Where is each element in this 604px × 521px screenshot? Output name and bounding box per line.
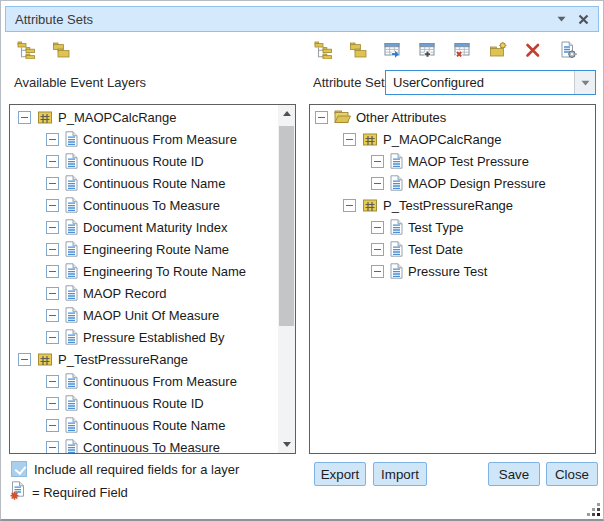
tree-node[interactable]: MAOP Unit Of Measure [10,304,295,326]
tree-node[interactable]: Pressure Test [310,260,595,282]
include-required-fields-checkbox[interactable] [11,461,27,477]
collapse-toggle[interactable] [46,397,59,410]
window-title: Attribute Sets [15,12,93,27]
collapse-toggle[interactable] [371,265,384,278]
scroll-up-icon[interactable] [278,105,295,122]
attribute-set-value: UserConfigured [393,75,484,90]
tree-node-label: Continuous To Measure [83,198,220,213]
tree-node[interactable]: MAOP Test Pressure [310,150,595,172]
field-icon [390,219,403,235]
tree-node-label: Continuous Route ID [83,154,204,169]
tree-node[interactable]: Continuous From Measure [10,128,295,150]
close-button[interactable]: Close [546,462,598,486]
tree-node-label: MAOP Record [83,286,167,301]
tree-node-label: Continuous To Measure [83,440,220,455]
folders-collapse-icon[interactable] [349,41,367,59]
collapse-toggle[interactable] [371,243,384,256]
tree-node[interactable]: MAOP Record [10,282,295,304]
collapse-toggle[interactable] [371,177,384,190]
collapse-toggle[interactable] [315,111,328,124]
tree-node[interactable]: Pressure Established By [10,326,295,348]
tree-node[interactable]: Document Maturity Index [10,216,295,238]
hierarchy-expand-icon[interactable] [17,41,35,59]
tree-node-label: Engineering To Route Name [83,264,246,279]
scrollbar-thumb[interactable] [279,126,294,326]
export-button[interactable]: Export [314,462,366,486]
tree-node-label: Continuous From Measure [83,132,237,147]
tree-node[interactable]: Test Type [310,216,595,238]
field-icon [65,373,78,389]
tree-node[interactable]: Engineering Route Name [10,238,295,260]
hierarchy-expand-icon[interactable] [314,41,332,59]
event-layer-icon [362,132,378,147]
tree-node-label: P_MAOPCalcRange [383,132,502,147]
available-event-layers-panel: P_MAOPCalcRangeContinuous From MeasureCo… [9,104,296,454]
field-icon [65,395,78,411]
collapse-toggle[interactable] [343,199,356,212]
attribute-set-dropdown[interactable]: UserConfigured [385,70,596,95]
tree-node-label: Continuous Route Name [83,418,225,433]
collapse-toggle[interactable] [371,221,384,234]
tree-node[interactable]: P_MAOPCalcRange [310,128,595,150]
folders-collapse-icon[interactable] [52,41,70,59]
resize-grip[interactable] [586,502,601,517]
tree-node[interactable]: Test Date [310,238,595,260]
dropdown-arrow-icon[interactable] [574,71,595,94]
collapse-toggle[interactable] [46,199,59,212]
tree-node[interactable]: P_TestPressureRange [310,194,595,216]
tree-node[interactable]: Engineering To Route Name [10,260,295,282]
collapse-toggle[interactable] [46,375,59,388]
tree-node[interactable]: MAOP Design Pressure [310,172,595,194]
document-gear-icon[interactable] [559,41,577,59]
collapse-toggle[interactable] [46,221,59,234]
collapse-toggle[interactable] [46,331,59,344]
event-layer-icon [37,352,53,367]
collapse-toggle[interactable] [46,265,59,278]
tree-node[interactable]: P_MAOPCalcRange [10,106,295,128]
tree-node[interactable]: Continuous To Measure [10,194,295,216]
field-icon [390,175,403,191]
table-plus-icon[interactable] [419,41,437,59]
save-button[interactable]: Save [488,462,540,486]
table-delete-icon[interactable] [454,41,472,59]
tree-node-label: MAOP Unit Of Measure [83,308,219,323]
collapse-toggle[interactable] [343,133,356,146]
left-panel-scrollbar[interactable] [278,105,295,453]
tree-node-label: Pressure Test [408,264,487,279]
window-close-icon[interactable] [578,14,589,25]
import-button[interactable]: Import [373,462,427,486]
tree-node[interactable]: P_TestPressureRange [10,348,295,370]
tree-node[interactable]: Continuous To Measure [10,436,295,454]
collapse-toggle[interactable] [46,155,59,168]
tree-node-label: P_TestPressureRange [383,198,513,213]
include-required-fields-label: Include all required fields for a layer [34,462,239,477]
tree-node[interactable]: Continuous Route ID [10,150,295,172]
collapse-toggle[interactable] [18,353,31,366]
available-event-layers-tree: P_MAOPCalcRangeContinuous From MeasureCo… [10,106,295,454]
folder-new-icon[interactable] [489,41,507,59]
tree-node[interactable]: Other Attributes [310,106,595,128]
collapse-toggle[interactable] [46,287,59,300]
tree-node[interactable]: Continuous Route Name [10,172,295,194]
field-icon [65,153,78,169]
event-layer-icon [37,110,53,125]
tree-node-label: Test Type [408,220,463,235]
table-arrow-icon[interactable] [384,41,402,59]
collapse-toggle[interactable] [46,243,59,256]
collapse-toggle[interactable] [46,309,59,322]
tree-node-label: Test Date [408,242,463,257]
collapse-toggle[interactable] [46,441,59,454]
tree-node[interactable]: Continuous From Measure [10,370,295,392]
available-event-layers-heading: Available Event Layers [14,75,146,90]
collapse-toggle[interactable] [46,133,59,146]
scroll-down-icon[interactable] [278,436,295,453]
collapse-toggle[interactable] [46,419,59,432]
tree-node[interactable]: Continuous Route Name [10,414,295,436]
collapse-toggle[interactable] [18,111,31,124]
collapse-toggle[interactable] [46,177,59,190]
tree-node[interactable]: Continuous Route ID [10,392,295,414]
window-menu-caret-icon[interactable] [557,16,566,22]
delete-x-icon[interactable] [524,41,542,59]
collapse-toggle[interactable] [371,155,384,168]
field-icon [65,329,78,345]
